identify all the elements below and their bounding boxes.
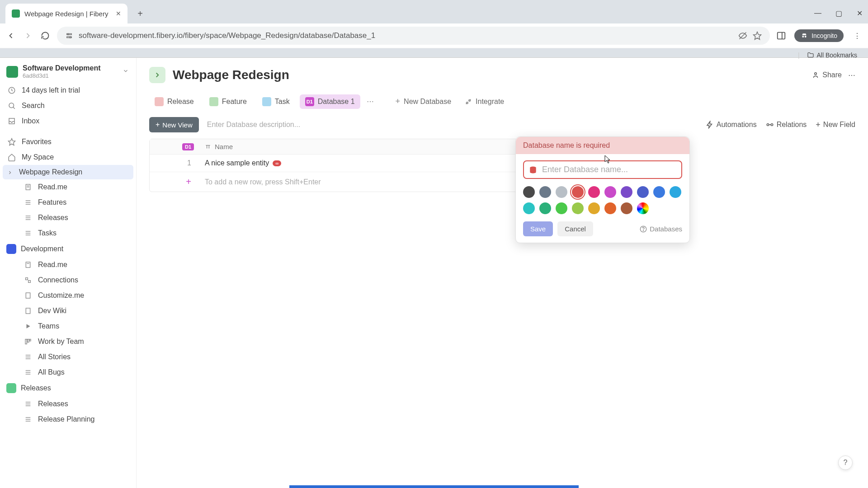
sidebar-item-tasks[interactable]: Tasks: [0, 225, 136, 241]
sidebar-item-teams[interactable]: Teams: [0, 319, 136, 334]
expand-icon[interactable]: [149, 67, 165, 83]
add-row[interactable]: + To add a new row, press Shift+Enter: [150, 172, 574, 192]
color-swatch[interactable]: [556, 186, 567, 198]
sidebar-item-releaseplanning[interactable]: Release Planning: [0, 412, 136, 427]
sidebar-item-features[interactable]: Features: [0, 195, 136, 210]
site-settings-icon[interactable]: [65, 32, 73, 40]
inbox-icon: [7, 117, 16, 126]
help-icon: [640, 225, 647, 233]
plus-icon[interactable]: +: [186, 177, 191, 187]
tab-database1[interactable]: D1Database 1: [300, 94, 360, 109]
svg-point-52: [771, 124, 773, 126]
svg-rect-29: [28, 281, 31, 283]
database-name-field[interactable]: [523, 160, 682, 179]
forward-icon[interactable]: [23, 30, 33, 41]
color-swatch[interactable]: [604, 186, 616, 198]
tab-task[interactable]: Task: [257, 94, 295, 109]
svg-point-48: [815, 73, 817, 75]
sidebar-item-connections[interactable]: Connections: [0, 272, 136, 288]
sidebar-item-devwiki[interactable]: Dev Wiki: [0, 303, 136, 319]
list-icon: [24, 229, 33, 238]
color-swatch-custom[interactable]: [637, 202, 649, 214]
color-swatch[interactable]: [653, 186, 665, 198]
back-icon[interactable]: [5, 30, 16, 41]
inbox-button[interactable]: Inbox: [0, 113, 136, 129]
automations-button[interactable]: Automations: [706, 120, 757, 130]
relations-button[interactable]: Relations: [766, 120, 807, 130]
new-database-button[interactable]: +New Database: [391, 94, 456, 109]
window-close-icon[interactable]: ✕: [855, 9, 863, 17]
url-text: software-development.fibery.io/fibery/sp…: [79, 31, 733, 40]
reload-icon[interactable]: [40, 30, 51, 41]
color-swatch[interactable]: [604, 202, 616, 214]
workspace-icon: [6, 66, 18, 78]
sidebar-item-releases2[interactable]: Releases: [0, 396, 136, 412]
new-tab-button[interactable]: +: [133, 6, 147, 21]
color-swatch[interactable]: [572, 202, 584, 214]
color-swatch[interactable]: [621, 202, 632, 214]
database-description-input[interactable]: Enter Database description...: [207, 121, 698, 129]
color-swatch[interactable]: [588, 202, 600, 214]
tab-title: Webpage Redesign | Fibery: [24, 10, 111, 18]
list-icon: [24, 415, 33, 424]
main-content: Webpage Redesign Share ⋯ Release Feature…: [137, 58, 868, 488]
address-bar[interactable]: software-development.fibery.io/fibery/sp…: [57, 27, 770, 45]
data-table: D1 Name 1 A nice sample entity∞ + To add…: [149, 139, 574, 192]
new-field-button[interactable]: +New Field: [816, 120, 855, 130]
cell-text[interactable]: A nice sample entity: [205, 159, 269, 167]
color-swatch[interactable]: [588, 186, 600, 198]
sidebar-item-allbugs[interactable]: All Bugs: [0, 365, 136, 380]
new-view-button[interactable]: +New View: [149, 117, 199, 132]
sidebar-item-releases[interactable]: Releases: [0, 210, 136, 225]
menu-icon[interactable]: ⋮: [852, 30, 863, 41]
sidebar-item-workbyteam[interactable]: Work by Team: [0, 334, 136, 349]
myspace-section[interactable]: My Space: [0, 150, 136, 165]
color-swatch[interactable]: [539, 202, 551, 214]
svg-point-2: [67, 33, 69, 35]
share-icon: [811, 71, 820, 79]
favorites-section[interactable]: Favorites: [0, 134, 136, 150]
db-badge: D1: [182, 143, 194, 150]
databases-help-link[interactable]: Databases: [640, 225, 682, 233]
color-swatch[interactable]: [523, 202, 535, 214]
color-swatch[interactable]: [621, 186, 632, 198]
tab-more-icon[interactable]: ⋯: [365, 97, 376, 106]
color-swatch[interactable]: [556, 202, 567, 214]
sidebar-item-readme-dev[interactable]: Read.me: [0, 257, 136, 272]
color-swatch[interactable]: [539, 186, 551, 198]
sidebar-item-development[interactable]: Development: [0, 241, 136, 257]
sidebar-item-readme[interactable]: Read.me: [0, 179, 136, 195]
database-name-input[interactable]: [542, 165, 677, 174]
trial-banner[interactable]: 14 days left in trial: [0, 83, 136, 98]
sidebar-item-customize[interactable]: Customize.me: [0, 288, 136, 303]
sidebar-item-allstories[interactable]: All Stories: [0, 349, 136, 365]
sidepanel-icon[interactable]: [776, 31, 786, 41]
doc-icon: [24, 291, 33, 300]
window-maximize-icon[interactable]: ▢: [835, 9, 843, 17]
color-swatch[interactable]: [637, 186, 649, 198]
browser-tab[interactable]: Webpage Redesign | Fibery ✕: [5, 4, 127, 23]
help-fab[interactable]: ?: [838, 455, 853, 470]
save-button[interactable]: Save: [523, 221, 553, 236]
search-button[interactable]: Search: [0, 98, 136, 113]
color-swatch[interactable]: [572, 186, 584, 198]
sidebar-item-webpage-redesign[interactable]: Webpage Redesign: [3, 165, 133, 179]
chevron-right-icon[interactable]: [7, 169, 14, 175]
window-minimize-icon[interactable]: —: [814, 9, 822, 17]
tab-release[interactable]: Release: [149, 94, 199, 109]
more-icon[interactable]: ⋯: [848, 71, 855, 80]
cancel-button[interactable]: Cancel: [557, 221, 593, 236]
table-row[interactable]: 1 A nice sample entity∞: [150, 155, 574, 172]
close-icon[interactable]: ✕: [116, 10, 121, 17]
sidebar-item-releases-space[interactable]: Releases: [0, 380, 136, 396]
list-icon: [24, 352, 33, 361]
star-icon[interactable]: [753, 31, 762, 40]
eye-off-icon[interactable]: [738, 31, 747, 40]
share-button[interactable]: Share: [811, 71, 842, 79]
workspace-switcher[interactable]: Software Development 6ad8d3d1: [0, 62, 136, 83]
color-swatch[interactable]: [523, 186, 535, 198]
incognito-badge[interactable]: Incognito: [794, 29, 844, 42]
tab-feature[interactable]: Feature: [204, 94, 252, 109]
color-swatch[interactable]: [670, 186, 681, 198]
integrate-button[interactable]: Integrate: [460, 95, 509, 108]
